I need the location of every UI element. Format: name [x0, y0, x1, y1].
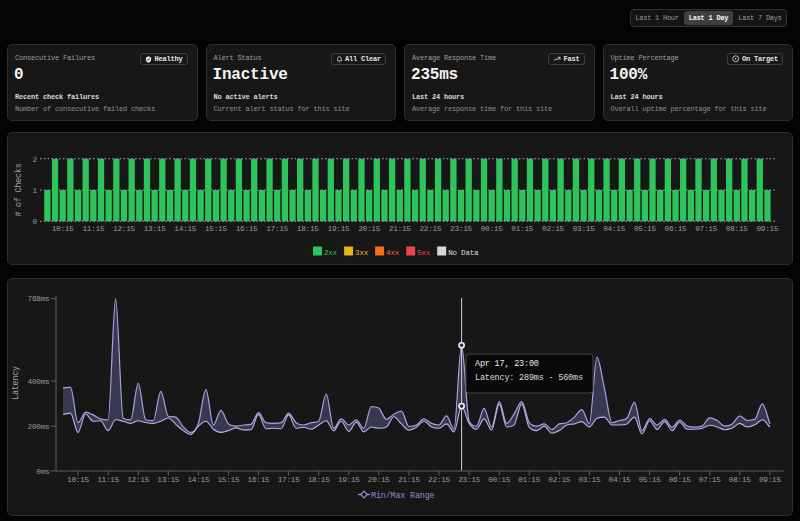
svg-text:0: 0 — [33, 218, 38, 226]
svg-text:19:15: 19:15 — [328, 225, 351, 233]
svg-text:23:15: 23:15 — [458, 476, 481, 484]
svg-text:17:15: 17:15 — [266, 225, 289, 233]
svg-text:11:15: 11:15 — [82, 225, 105, 233]
svg-text:0ms: 0ms — [36, 468, 50, 476]
svg-text:14:15: 14:15 — [174, 225, 197, 233]
svg-text:Latency: Latency — [11, 366, 21, 400]
svg-text:2: 2 — [33, 156, 38, 164]
svg-text:4xx: 4xx — [386, 249, 400, 257]
svg-text:15:15: 15:15 — [205, 225, 228, 233]
svg-text:01:15: 01:15 — [511, 225, 534, 233]
svg-text:18:15: 18:15 — [297, 225, 320, 233]
svg-text:03:15: 03:15 — [578, 476, 601, 484]
svg-text:12:15: 12:15 — [127, 476, 150, 484]
svg-text:04:15: 04:15 — [603, 225, 626, 233]
svg-text:Latency: 289ms - 560ms: Latency: 289ms - 560ms — [475, 373, 583, 383]
svg-text:06:15: 06:15 — [665, 225, 688, 233]
svg-text:20:15: 20:15 — [368, 476, 391, 484]
svg-text:08:15: 08:15 — [729, 476, 752, 484]
svg-text:13:15: 13:15 — [144, 225, 167, 233]
svg-text:00:15: 00:15 — [481, 225, 504, 233]
svg-text:16:15: 16:15 — [236, 225, 259, 233]
svg-text:3xx: 3xx — [355, 249, 369, 257]
svg-text:19:15: 19:15 — [338, 476, 361, 484]
svg-text:04:15: 04:15 — [609, 476, 632, 484]
svg-text:10:15: 10:15 — [67, 476, 90, 484]
svg-text:22:15: 22:15 — [419, 225, 442, 233]
svg-text:2xx: 2xx — [324, 249, 338, 257]
svg-text:23:15: 23:15 — [450, 225, 473, 233]
svg-text:No Data: No Data — [448, 249, 479, 257]
svg-text:03:15: 03:15 — [573, 225, 596, 233]
svg-text:# of Checks: # of Checks — [14, 163, 24, 216]
svg-text:07:15: 07:15 — [699, 476, 722, 484]
svg-text:01:15: 01:15 — [518, 476, 541, 484]
svg-text:08:15: 08:15 — [726, 225, 749, 233]
svg-text:14:15: 14:15 — [187, 476, 210, 484]
svg-text:00:15: 00:15 — [488, 476, 511, 484]
svg-text:18:15: 18:15 — [308, 476, 331, 484]
svg-text:5xx: 5xx — [417, 249, 431, 257]
svg-text:16:15: 16:15 — [248, 476, 271, 484]
svg-text:10:15: 10:15 — [52, 225, 75, 233]
svg-text:02:15: 02:15 — [548, 476, 571, 484]
svg-text:09:15: 09:15 — [756, 225, 779, 233]
svg-text:768ms: 768ms — [28, 295, 51, 303]
svg-text:12:15: 12:15 — [113, 225, 136, 233]
svg-text:Apr 17, 23:00: Apr 17, 23:00 — [475, 359, 539, 369]
svg-text:06:15: 06:15 — [669, 476, 692, 484]
svg-text:11:15: 11:15 — [97, 476, 120, 484]
svg-text:22:15: 22:15 — [428, 476, 451, 484]
svg-text:09:15: 09:15 — [759, 476, 782, 484]
svg-text:21:15: 21:15 — [398, 476, 421, 484]
svg-text:13:15: 13:15 — [157, 476, 180, 484]
svg-text:07:15: 07:15 — [695, 225, 718, 233]
svg-text:15:15: 15:15 — [217, 476, 240, 484]
svg-text:400ms: 400ms — [28, 378, 51, 386]
svg-text:17:15: 17:15 — [278, 476, 301, 484]
svg-text:1: 1 — [33, 187, 38, 195]
svg-text:20:15: 20:15 — [358, 225, 381, 233]
svg-text:200ms: 200ms — [28, 423, 51, 431]
svg-text:05:15: 05:15 — [634, 225, 657, 233]
svg-text:02:15: 02:15 — [542, 225, 565, 233]
svg-text:21:15: 21:15 — [389, 225, 412, 233]
svg-text:05:15: 05:15 — [639, 476, 662, 484]
svg-text:Min/Max Range: Min/Max Range — [371, 491, 435, 500]
